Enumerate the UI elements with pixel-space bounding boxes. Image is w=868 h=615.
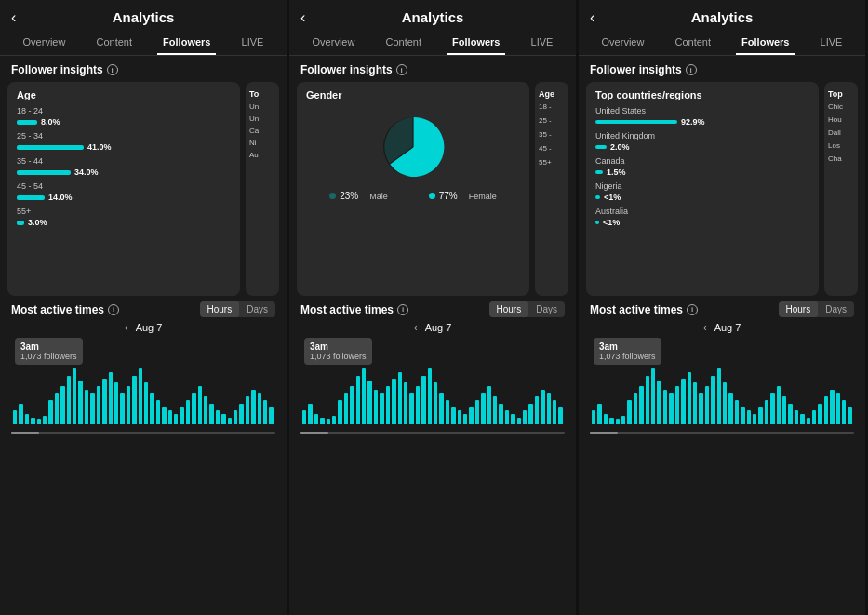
bar-21 xyxy=(139,368,142,424)
bar-19 xyxy=(416,386,420,424)
tab-live-3[interactable]: LIVE xyxy=(815,33,848,55)
back-button-3[interactable]: ‹ xyxy=(590,9,594,26)
active-times-label-3: Most active times xyxy=(590,303,683,316)
bar-22 xyxy=(144,382,148,424)
toggle-hours-2[interactable]: Hours xyxy=(489,301,529,317)
nav-tabs-3: Overview Content Followers LIVE xyxy=(579,31,865,56)
bar-12 xyxy=(85,390,88,425)
tooltip-time-1: 3am xyxy=(20,341,77,352)
active-times-3: Most active times i Hours Days ‹ Aug 7 3… xyxy=(579,296,865,428)
age-bar-18-1 xyxy=(17,120,37,125)
tab-overview-3[interactable]: Overview xyxy=(596,33,650,55)
bar-28 xyxy=(469,407,473,424)
active-times-info-2[interactable]: i xyxy=(397,304,408,315)
bar-23 xyxy=(728,393,732,424)
bar-33 xyxy=(209,404,213,425)
bar-35 xyxy=(511,414,514,424)
prev-arrow-3[interactable]: ‹ xyxy=(703,321,707,334)
bar-23 xyxy=(439,393,443,424)
follower-insights-title-3: Follower insights i xyxy=(579,56,865,82)
age-row-25-1: 25 - 34 41.0% xyxy=(17,131,231,152)
toggle-hours-3[interactable]: Hours xyxy=(779,301,819,317)
bar-36 xyxy=(517,418,521,425)
age-card-title-1: Age xyxy=(17,89,231,100)
bar-26 xyxy=(747,410,751,424)
partial-cities-card-3: Top Chic Hou Dall Los Cha xyxy=(824,82,858,296)
bar-21 xyxy=(717,368,721,424)
date-nav-1: ‹ Aug 7 xyxy=(11,321,275,334)
tab-followers-3[interactable]: Followers xyxy=(736,33,795,55)
bar-0 xyxy=(13,410,17,424)
bar-13 xyxy=(380,393,383,424)
bar-5 xyxy=(332,416,336,424)
back-button-1[interactable]: ‹ xyxy=(11,9,16,26)
country-row-uk: United Kingdom 2.0% xyxy=(595,131,809,152)
bar-chart-1 xyxy=(11,368,275,424)
tab-content-3[interactable]: Content xyxy=(669,33,716,55)
info-icon-2[interactable]: i xyxy=(396,64,407,75)
bar-24 xyxy=(156,400,160,424)
tooltip-time-2: 3am xyxy=(310,341,367,352)
scrollbar-3[interactable] xyxy=(590,432,854,434)
bar-15 xyxy=(681,379,685,424)
insights-row-1: Age 18 - 24 8.0% 25 - 34 41.0% 35 - 44 xyxy=(0,82,287,296)
bar-9 xyxy=(646,376,649,425)
active-times-info-1[interactable]: i xyxy=(108,304,119,315)
tab-overview-1[interactable]: Overview xyxy=(18,33,72,55)
toggle-days-2[interactable]: Days xyxy=(528,301,565,317)
country-bar-au xyxy=(595,221,599,224)
bar-4 xyxy=(37,419,41,424)
prev-arrow-2[interactable]: ‹ xyxy=(414,321,418,334)
bar-11 xyxy=(78,381,82,424)
age-bar-55-1 xyxy=(17,221,24,225)
toggle-hours-1[interactable]: Hours xyxy=(200,301,240,317)
panel-2: ‹ Analytics Overview Content Followers L… xyxy=(289,0,579,615)
back-button-2[interactable]: ‹ xyxy=(300,9,305,26)
tab-followers-1[interactable]: Followers xyxy=(157,33,216,55)
date-text-2: Aug 7 xyxy=(425,322,452,333)
bar-14 xyxy=(97,386,100,424)
header-1: ‹ Analytics xyxy=(0,0,287,31)
scrollbar-2[interactable] xyxy=(300,432,565,434)
info-icon-3[interactable]: i xyxy=(686,64,697,75)
bar-31 xyxy=(777,386,781,424)
bar-36 xyxy=(228,418,232,425)
toggle-days-1[interactable]: Days xyxy=(239,301,275,317)
page-title-3: Analytics xyxy=(691,9,754,25)
info-icon-1[interactable]: i xyxy=(107,64,118,75)
bar-22 xyxy=(723,382,727,424)
bar-27 xyxy=(753,414,756,424)
bar-26 xyxy=(168,410,172,424)
bar-20 xyxy=(711,376,714,425)
bar-42 xyxy=(553,400,556,424)
tab-content-2[interactable]: Content xyxy=(380,33,427,55)
active-times-label-1: Most active times xyxy=(11,303,104,316)
country-row-ca: Canada 1.5% xyxy=(595,156,809,177)
bar-11 xyxy=(367,381,371,424)
nav-tabs-2: Overview Content Followers LIVE xyxy=(289,31,576,56)
bar-10 xyxy=(73,368,76,424)
active-times-info-3[interactable]: i xyxy=(687,304,698,315)
bar-3 xyxy=(609,418,613,425)
tooltip-followers-2: 1,073 followers xyxy=(310,352,367,361)
male-legend-2: 23% xyxy=(329,190,358,201)
toggle-days-3[interactable]: Days xyxy=(818,301,854,317)
tab-live-1[interactable]: LIVE xyxy=(236,33,270,55)
active-times-label-2: Most active times xyxy=(300,303,394,316)
insights-row-3: Top countries/regions United States 92.9… xyxy=(579,82,865,296)
date-nav-3: ‹ Aug 7 xyxy=(590,321,854,334)
bar-24 xyxy=(446,400,449,424)
tab-overview-2[interactable]: Overview xyxy=(307,33,361,55)
gender-card-title-2: Gender xyxy=(306,89,520,100)
bar-41 xyxy=(836,393,840,424)
toggle-group-2: Hours Days xyxy=(489,301,565,317)
tab-followers-2[interactable]: Followers xyxy=(447,33,505,55)
tab-content-1[interactable]: Content xyxy=(90,33,138,55)
bar-21 xyxy=(428,368,432,424)
bar-4 xyxy=(616,419,620,424)
bar-17 xyxy=(693,382,697,424)
scrollbar-1[interactable] xyxy=(11,432,275,434)
tab-live-2[interactable]: LIVE xyxy=(526,33,559,55)
age-row-55-1: 55+ 3.0% xyxy=(17,207,231,227)
prev-arrow-1[interactable]: ‹ xyxy=(125,321,128,334)
